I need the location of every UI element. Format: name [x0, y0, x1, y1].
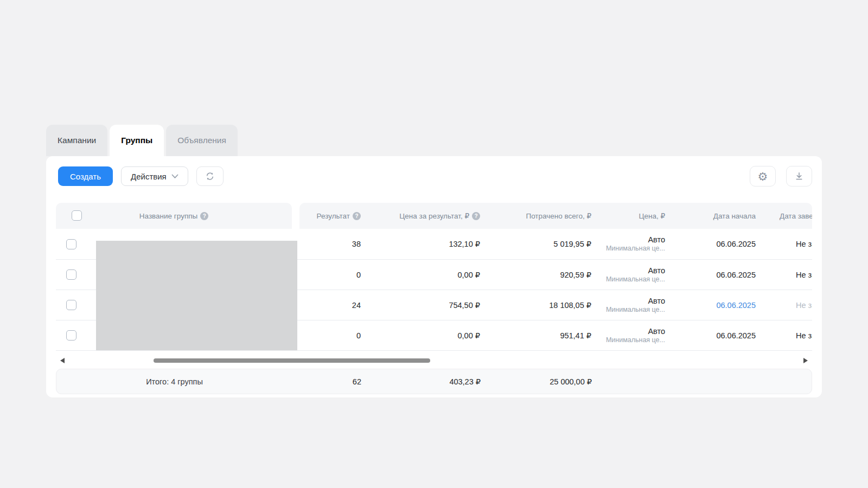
scroll-right-arrow-icon[interactable]	[803, 358, 808, 363]
column-header-date-end: Дата завершения	[756, 203, 812, 229]
price-cell: Авто Минимальная це...	[591, 290, 665, 320]
gear-icon: ⚙	[758, 171, 768, 182]
tab-groups[interactable]: Группы	[110, 125, 164, 156]
totals-result: 62	[300, 377, 361, 386]
row-checkbox[interactable]	[66, 239, 76, 249]
tab-campaigns[interactable]: Кампании	[46, 125, 107, 156]
price-cell: Авто Минимальная це...	[591, 320, 665, 350]
row-checkbox[interactable]	[66, 300, 76, 310]
totals-spent: 25 000,00 ₽	[481, 377, 592, 386]
help-icon[interactable]: ?	[353, 212, 361, 220]
actions-dropdown-button[interactable]: Действия	[121, 166, 188, 186]
export-button[interactable]	[786, 166, 812, 187]
ads-manager-page: Кампании Группы Объявления Создать Дейст…	[0, 0, 868, 488]
groups-table: Название группы ? Результат ? Цена за ре…	[56, 203, 812, 369]
column-header-date-start: Дата начала	[665, 203, 756, 229]
totals-row: Итого: 4 группы 62 403,23 ₽ 25 000,00 ₽	[56, 369, 812, 394]
tab-bar: Кампании Группы Объявления	[46, 125, 238, 156]
date-start-link[interactable]: 06.06.2025	[665, 290, 756, 320]
chevron-down-icon	[171, 174, 178, 179]
scroll-left-arrow-icon[interactable]	[60, 358, 65, 363]
select-all-checkbox[interactable]	[72, 210, 82, 221]
groups-panel: Создать Действия	[46, 156, 822, 397]
table-header: Название группы ? Результат ? Цена за ре…	[56, 203, 812, 229]
totals-label: Итого: 4 группы	[56, 377, 292, 386]
settings-button[interactable]: ⚙	[750, 166, 776, 187]
create-button[interactable]: Создать	[58, 166, 113, 186]
toolbar: Создать Действия	[58, 166, 812, 186]
help-icon[interactable]: ?	[200, 212, 208, 220]
help-icon[interactable]: ?	[472, 212, 480, 220]
header-metrics-section: Результат ? Цена за результат, ₽ ? Потра…	[299, 203, 812, 229]
column-header-name: Название группы ?	[139, 212, 208, 220]
refresh-icon	[205, 171, 215, 182]
actions-label: Действия	[131, 172, 167, 181]
column-header-result: Результат ?	[299, 203, 361, 229]
download-icon	[794, 171, 805, 182]
horizontal-scrollbar[interactable]	[56, 351, 812, 369]
price-cell: Авто Минимальная це...	[591, 229, 665, 259]
row-checkbox[interactable]	[66, 269, 76, 280]
totals-cost-per-result: 403,23 ₽	[361, 377, 481, 386]
redacted-group-names	[96, 241, 297, 350]
tab-ads[interactable]: Объявления	[166, 125, 238, 156]
column-header-spent-total: Потрачено всего, ₽	[480, 203, 591, 229]
toolbar-right-tools: ⚙	[750, 166, 812, 187]
refresh-button[interactable]	[196, 166, 224, 186]
column-header-price: Цена, ₽	[591, 203, 665, 229]
scrollbar-thumb[interactable]	[154, 358, 430, 363]
row-checkbox[interactable]	[66, 330, 76, 341]
column-header-cost-per-result: Цена за результат, ₽ ?	[361, 203, 480, 229]
header-name-section: Название группы ?	[56, 203, 292, 229]
price-cell: Авто Минимальная це...	[591, 260, 665, 290]
